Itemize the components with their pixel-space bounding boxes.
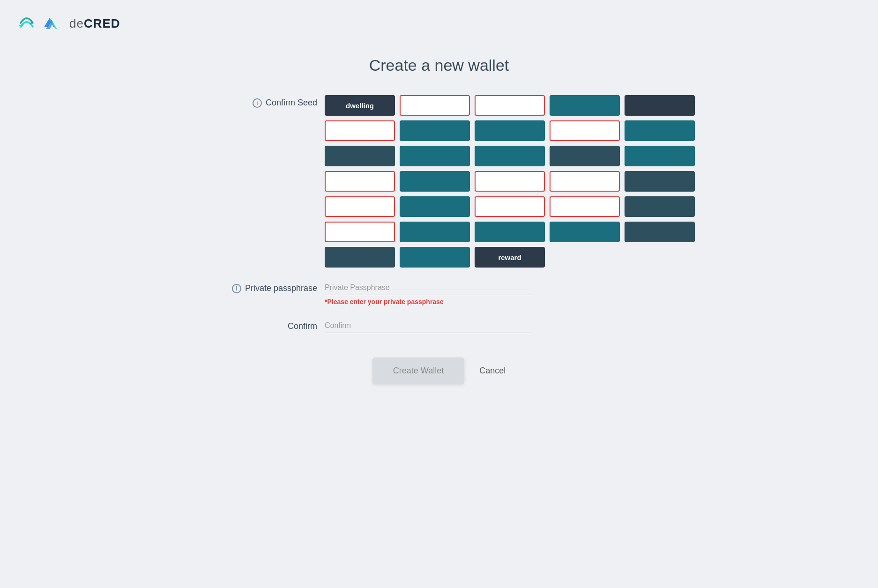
seed-cell [625, 171, 695, 192]
seed-cell [625, 95, 695, 116]
seed-cell [400, 196, 470, 217]
confirm-seed-info-icon[interactable]: i [253, 98, 262, 108]
create-wallet-button[interactable]: Create Wallet [372, 357, 464, 384]
seed-cell: dwelling [325, 95, 395, 116]
seed-cell[interactable] [325, 171, 395, 192]
seed-cell[interactable] [475, 196, 545, 217]
seed-cell [400, 120, 470, 141]
form-section: i Confirm Seed dwellingreward i Private … [214, 95, 664, 384]
cancel-button[interactable]: Cancel [479, 366, 506, 376]
confirm-seed-row: i Confirm Seed dwellingreward [214, 95, 664, 268]
passphrase-row: i Private passphrase *Please enter your … [214, 281, 664, 305]
seed-cell [400, 247, 470, 268]
seed-cell[interactable] [325, 120, 395, 141]
seed-cell [400, 146, 470, 166]
passphrase-info-icon[interactable]: i [232, 284, 241, 293]
passphrase-input-area: *Please enter your private passphrase [325, 281, 531, 305]
action-row: Create Wallet Cancel [214, 357, 664, 384]
seed-cell [400, 222, 470, 242]
passphrase-input[interactable] [325, 281, 531, 295]
confirm-label: Confirm [288, 321, 317, 331]
decred-logo-icon [17, 14, 37, 33]
seed-cell[interactable] [550, 171, 620, 192]
confirm-input[interactable] [325, 319, 531, 333]
seed-cell[interactable] [475, 171, 545, 192]
logo-text: deCRED [69, 16, 120, 31]
seed-cell[interactable] [325, 222, 395, 242]
seed-cell[interactable] [325, 196, 395, 217]
seed-cell[interactable] [400, 95, 470, 116]
page-title: Create a new wallet [369, 56, 509, 74]
seed-cell [625, 120, 695, 141]
seed-cell [550, 95, 620, 116]
logo-area: deCRED [0, 0, 878, 47]
seed-cell [475, 222, 545, 242]
seed-cell [400, 171, 470, 192]
seed-cell [625, 222, 695, 242]
seed-cell[interactable] [550, 120, 620, 141]
passphrase-label: Private passphrase [245, 283, 317, 293]
confirm-input-wrapper [325, 319, 531, 333]
seed-cell: reward [475, 247, 545, 268]
confirm-seed-label-area: i Confirm Seed [214, 95, 317, 108]
confirm-passphrase-row: Confirm [214, 319, 664, 333]
seed-grid: dwellingreward [325, 95, 695, 268]
seed-cell [475, 120, 545, 141]
seed-cell [325, 146, 395, 166]
seed-cell [550, 222, 620, 242]
seed-cell [625, 146, 695, 166]
seed-cell [550, 146, 620, 166]
seed-cell [625, 196, 695, 217]
passphrase-error: *Please enter your private passphrase [325, 298, 531, 305]
seed-cell [475, 146, 545, 166]
logo-svg-container [41, 13, 62, 34]
seed-cell [325, 247, 395, 268]
confirm-label-area: Confirm [214, 319, 317, 331]
seed-cell[interactable] [550, 196, 620, 217]
confirm-seed-label: Confirm Seed [266, 98, 317, 108]
passphrase-label-area: i Private passphrase [214, 281, 317, 293]
seed-cell[interactable] [475, 95, 545, 116]
